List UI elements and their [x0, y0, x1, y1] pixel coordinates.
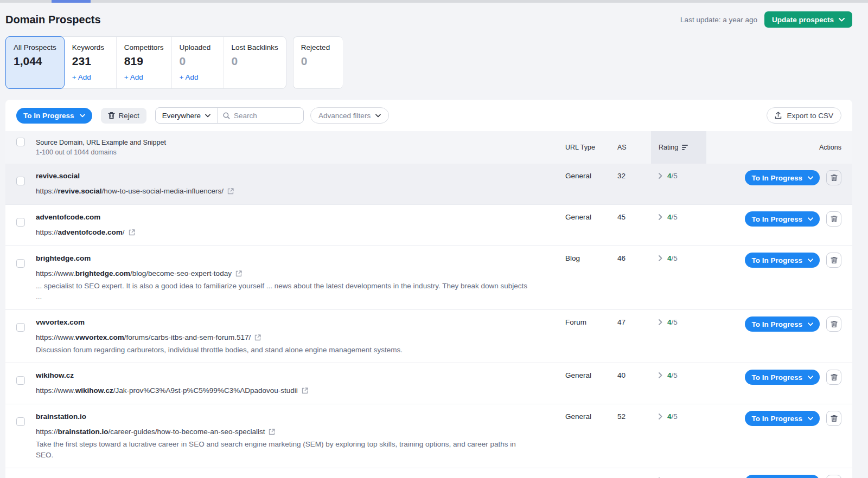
tab-keywords[interactable]: Keywords 231 + Add [65, 37, 117, 88]
tab-add-link[interactable]: + Add [124, 73, 164, 81]
row-delete-button[interactable] [826, 211, 841, 227]
row-rating[interactable]: 4/5 [651, 253, 706, 302]
row-checkbox[interactable] [16, 417, 25, 426]
row-domain-link[interactable]: wikihow.cz [36, 370, 565, 382]
prospects-panel: To In Progress Reject Everywhere [5, 100, 852, 478]
row-rating[interactable]: 4/5 [651, 211, 706, 238]
row-domain-link[interactable]: webhostingtalk.com [36, 475, 565, 478]
row-rating[interactable]: 4/5 [651, 370, 706, 397]
page-header: Domain Prospects Last update: a year ago… [5, 3, 852, 35]
external-link-icon[interactable] [129, 229, 135, 236]
row-checkbox[interactable] [16, 323, 25, 332]
row-url-link[interactable]: https://www.brightedge.com/blog/become-s… [36, 267, 565, 280]
row-status-dropdown[interactable]: To In Progress [745, 411, 820, 426]
row-delete-button[interactable] [826, 170, 841, 185]
page-title: Domain Prospects [5, 14, 101, 26]
tab-add-link[interactable]: + Add [72, 73, 108, 81]
tab-uploaded[interactable]: Uploaded 0 + Add [172, 37, 224, 88]
row-rating[interactable]: 4/5 [651, 411, 706, 461]
row-checkbox[interactable] [16, 376, 25, 385]
bulk-status-dropdown[interactable]: To In Progress [16, 108, 92, 124]
row-domain-link[interactable]: brightedge.com [36, 253, 565, 264]
url-domain: revive.social [58, 185, 102, 197]
tab-all-prospects[interactable]: All Prospects 1,044 [5, 36, 65, 89]
rating-max: /5 [672, 254, 678, 262]
url-prefix: https:// [36, 425, 58, 438]
row-status-dropdown[interactable]: To In Progress [745, 253, 820, 268]
row-domain-link[interactable]: revive.social [36, 170, 565, 182]
tab-add-link[interactable]: + Add [180, 73, 216, 81]
external-link-icon[interactable] [227, 188, 234, 195]
row-status-dropdown[interactable]: To In Progress [745, 370, 820, 385]
url-prefix: https:// [36, 185, 58, 197]
tab-lost-backlinks[interactable]: Lost Backlinks 0 [224, 37, 286, 88]
row-checkbox[interactable] [16, 177, 25, 185]
row-delete-button[interactable] [826, 475, 841, 478]
row-authority-score: 32 [617, 170, 651, 197]
tab-label: Lost Backlinks [232, 43, 278, 51]
column-rating[interactable]: Rating [651, 131, 706, 164]
row-status-dropdown[interactable]: To In Progress [745, 316, 820, 332]
row-checkbox[interactable] [16, 259, 25, 268]
column-source-domain: Source Domain, URL Example and Snippet [36, 139, 565, 146]
row-status-dropdown[interactable]: To In Progress [745, 211, 820, 227]
row-status-dropdown[interactable]: To In Progress [745, 475, 820, 478]
sort-descending-icon [682, 145, 688, 150]
chevron-down-icon [808, 417, 813, 421]
row-url-type: Blog [565, 253, 617, 302]
row-checkbox[interactable] [16, 218, 25, 227]
select-all-checkbox[interactable] [16, 138, 25, 146]
url-domain: brightedge.com [75, 267, 130, 280]
row-domain-link[interactable]: brainstation.io [36, 411, 565, 423]
rating-max: /5 [672, 371, 678, 379]
row-delete-button[interactable] [826, 370, 841, 385]
row-url-link[interactable]: https://adventofcode.com/ [36, 226, 565, 238]
row-rating[interactable]: 4/5 [651, 170, 706, 197]
url-path: /Jak-prov%C3%A9st-p%C5%99%C3%ADpadovou-s… [113, 384, 298, 397]
tab-rejected[interactable]: Rejected 0 [293, 36, 343, 89]
row-url-type: General [565, 370, 617, 397]
row-url-link[interactable]: https://brainstation.io/career-guides/ho… [36, 425, 565, 438]
export-csv-button[interactable]: Export to CSV [767, 107, 841, 124]
row-status-label: To In Progress [751, 415, 802, 423]
row-rating[interactable]: 4/5 [651, 316, 706, 356]
row-snippet: ... specialist to SEO expert. It is also… [36, 281, 551, 302]
url-path: /blog/become-seo-expert-today [130, 267, 232, 280]
update-prospects-button[interactable]: Update prospects [764, 11, 852, 28]
row-status-dropdown[interactable]: To In Progress [745, 170, 820, 185]
row-rating[interactable]: 4/5 [651, 475, 706, 478]
url-path: / [123, 226, 125, 238]
row-status-label: To In Progress [751, 373, 802, 382]
reject-button[interactable]: Reject [101, 108, 146, 124]
search-input[interactable] [234, 112, 293, 120]
tab-label: Uploaded [180, 43, 216, 51]
column-actions: Actions [819, 144, 841, 151]
table-row: vwvortex.com https://www.vwvortex.com/fo… [5, 309, 852, 363]
row-url-link[interactable]: https://revive.social/how-to-use-social-… [36, 185, 565, 197]
row-authority-score: 38 [617, 475, 651, 478]
rating-value: 4 [667, 213, 672, 221]
row-delete-button[interactable] [826, 253, 841, 268]
row-url-type: Forum [565, 475, 617, 478]
external-link-icon[interactable] [269, 429, 275, 435]
row-delete-button[interactable] [826, 411, 841, 426]
row-domain-link[interactable]: adventofcode.com [36, 211, 565, 223]
tab-competitors[interactable]: Competitors 819 + Add [117, 37, 172, 88]
rating-value: 4 [667, 412, 672, 421]
search-scope-dropdown[interactable]: Everywhere [156, 108, 218, 123]
rating-max: /5 [672, 412, 678, 421]
tab-label: All Prospects [14, 43, 56, 51]
external-link-icon[interactable] [254, 334, 261, 341]
active-browser-tab[interactable] [52, 0, 91, 3]
external-link-icon[interactable] [235, 270, 242, 277]
external-link-icon[interactable] [302, 387, 308, 394]
row-delete-button[interactable] [826, 316, 841, 332]
row-domain-link[interactable]: vwvortex.com [36, 316, 565, 328]
row-url-type: General [565, 211, 617, 238]
row-authority-score: 40 [617, 370, 651, 397]
advanced-filters-dropdown[interactable]: Advanced filters [310, 107, 389, 124]
row-snippet: Take the first steps toward a lucrative … [36, 439, 551, 461]
row-url-link[interactable]: https://www.wikihow.cz/Jak-prov%C3%A9st-… [36, 384, 565, 397]
row-url-link[interactable]: https://www.vwvortex.com/forums/carbs-it… [36, 331, 565, 344]
row-url-type: General [565, 170, 617, 197]
